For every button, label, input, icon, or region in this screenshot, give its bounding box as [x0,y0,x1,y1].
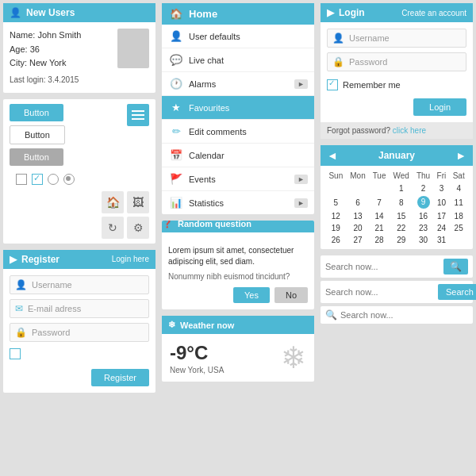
nav-item-events[interactable]: 🚩 Events ► [162,167,314,191]
cal-day-cell[interactable]: 25 [449,222,468,234]
cal-day-cell[interactable]: 10 [434,194,450,210]
cal-day-cell[interactable]: 4 [449,182,468,194]
cal-day-cell[interactable]: 26 [325,234,347,246]
user-defaults-icon: 👤 [170,30,182,42]
radio-checked[interactable] [63,174,75,185]
cal-day-cell[interactable]: 18 [449,210,468,222]
home-icon[interactable]: 🏠 [102,191,124,213]
user-info: Name: John Smith Age: 36 City: New York … [10,29,111,86]
live-chat-icon: 💬 [170,54,182,66]
search-panel-1: 🔍 [321,255,473,278]
nav-item-alarms[interactable]: 🕐 Alarms ► [162,72,314,96]
checkbox-unchecked[interactable] [16,174,27,185]
cal-day-cell[interactable]: 19 [325,222,347,234]
hamburger-line [132,118,144,120]
cal-day-header: Thu [413,169,433,182]
cal-day-cell[interactable]: 9 [413,194,433,210]
calendar-panel: ◄ January ► SunMonTueWedThuFriSat 123456… [321,145,473,249]
calendar-body: SunMonTueWedThuFriSat 123456789101112131… [321,166,473,249]
cal-day-cell[interactable]: 17 [434,210,450,222]
cal-day-cell[interactable]: 20 [347,222,370,234]
nav-item-edit-comments[interactable]: ✏ Edit comments [162,120,314,144]
register-email-field[interactable]: ✉ E-mail adress [10,299,149,318]
cal-day-cell[interactable]: 3 [434,182,450,194]
search-panel-3: 🔍 [321,306,473,324]
play-icon: ▶ [10,254,17,265]
nav-item-user-defaults[interactable]: 👤 User defaults [162,25,314,48]
image-icon[interactable]: 🖼 [127,191,149,213]
new-users-header: 👤 New Users [3,3,155,22]
cal-day-cell[interactable]: 24 [434,222,450,234]
cal-day-header: Sat [449,169,468,182]
cal-day-cell[interactable]: 22 [390,222,413,234]
cal-day-cell[interactable]: 6 [347,194,370,210]
favourites-icon: ★ [170,102,182,113]
home-nav-icon: 🏠 [170,8,182,20]
user-icon: 👤 [10,7,21,18]
cal-day-cell[interactable]: 5 [325,194,347,210]
question-icon: ❓ [162,221,173,228]
login-username-field[interactable]: 👤 Username [327,29,466,48]
next-month-button[interactable]: ► [455,149,466,162]
button-blue[interactable]: Button [10,104,63,121]
search-text-button[interactable]: Search [438,284,476,300]
forgot-password-row: Forgot password? click here [321,122,473,139]
remember-checkbox[interactable] [327,79,338,90]
hamburger-menu[interactable] [127,104,149,126]
login-password-field[interactable]: 🔒 Password [327,52,466,71]
cal-day-cell[interactable]: 21 [369,222,390,234]
search-input-2[interactable] [325,287,435,297]
user-icon: 👤 [15,279,27,290]
cal-day-cell[interactable]: 27 [347,234,370,246]
nav-item-favourites[interactable]: ★ Favourites [162,96,314,120]
cal-day-header: Tue [369,169,390,182]
cal-day-cell[interactable]: 13 [347,210,370,222]
cal-day-cell[interactable]: 16 [413,210,433,222]
nav-item-statistics[interactable]: 📊 Statistics ► [162,191,314,214]
button-gray[interactable]: Button [10,148,63,166]
refresh-icon[interactable]: ↻ [102,217,124,239]
calendar-icon: 📅 [170,149,182,161]
prev-month-button[interactable]: ◄ [327,149,338,162]
cal-day-cell[interactable]: 11 [449,194,468,210]
login-button[interactable]: Login [413,98,466,116]
cal-day-cell[interactable]: 31 [434,234,450,246]
nav-item-calendar[interactable]: 📅 Calendar [162,144,314,167]
cal-day-cell[interactable]: 28 [369,234,390,246]
settings-icon[interactable]: ⚙ [127,217,149,239]
edit-icon: ✏ [170,125,182,137]
cal-day-header: Wed [390,169,413,182]
cal-day-cell[interactable]: 2 [413,182,433,194]
checkbox-checked[interactable] [32,174,43,185]
cal-day-cell[interactable]: 29 [390,234,413,246]
register-button[interactable]: Register [91,369,149,386]
cal-day-cell[interactable]: 7 [369,194,390,210]
search-input-1[interactable] [325,262,440,271]
register-password-field[interactable]: 🔒 Password [10,323,149,342]
new-users-panel: 👤 New Users Name: John Smith Age: 36 Cit… [3,3,155,93]
no-button[interactable]: No [274,287,308,303]
yes-button[interactable]: Yes [233,287,270,303]
cal-day-cell[interactable]: 30 [413,234,433,246]
register-panel: ▶ Register Login here 👤 Username ✉ E-mai… [3,250,155,393]
cal-day-header: Fri [434,169,450,182]
lock-icon: 🔒 [332,56,344,67]
lock-icon: 🔒 [15,327,27,338]
search-icon-button-1[interactable]: 🔍 [443,259,468,274]
calendar-header: ◄ January ► [321,145,473,166]
weather-header: ❄ Weather now [162,316,314,334]
cal-day-cell[interactable]: 1 [390,182,413,194]
forgot-password-link[interactable]: click here [393,126,426,135]
cal-day-cell[interactable]: 15 [390,210,413,222]
cal-day-cell[interactable]: 14 [369,210,390,222]
cal-day-cell [449,234,468,246]
register-username-field[interactable]: 👤 Username [10,275,149,294]
search-input-3[interactable] [340,310,468,320]
cal-day-cell[interactable]: 8 [390,194,413,210]
cal-day-cell[interactable]: 12 [325,210,347,222]
button-outline[interactable]: Button [10,125,65,144]
cal-day-cell[interactable]: 23 [413,222,433,234]
radio-unchecked[interactable] [48,174,59,185]
register-checkbox[interactable] [10,348,21,359]
nav-item-live-chat[interactable]: 💬 Live chat [162,48,314,72]
